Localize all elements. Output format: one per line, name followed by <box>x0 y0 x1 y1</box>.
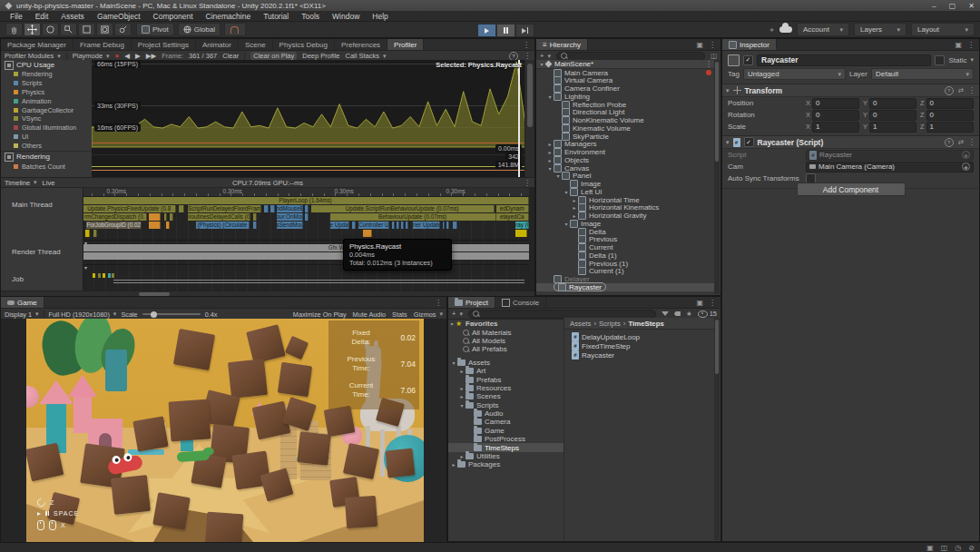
profiler-target-dropdown[interactable]: Playmode▾ <box>73 52 110 60</box>
timeline-sample[interactable] <box>253 222 257 229</box>
account-dropdown[interactable]: Account▾ <box>797 23 849 36</box>
collapse-render-thread-icon[interactable]: ▾ <box>84 264 87 271</box>
timeline-sample-iroutinesdelayedcalls-m[interactable]: iroutinesDelayedCalls (0.09m <box>188 213 250 221</box>
chevron-down-icon[interactable]: ▾ <box>554 172 562 179</box>
step-button[interactable] <box>515 24 534 37</box>
hierarchy-item-canvas[interactable]: ▾Canvas <box>536 164 715 172</box>
kebab-menu-icon[interactable]: ⋮ <box>967 41 975 49</box>
legend-batches-count[interactable]: Batches Count <box>1 162 92 171</box>
display-dropdown[interactable]: Display 1▾ <box>5 310 39 319</box>
mute-audio-toggle[interactable]: Mute Audio <box>353 310 387 319</box>
kebab-menu-icon[interactable]: ⋮ <box>435 299 442 307</box>
hierarchy-item-previous-1-[interactable]: Previous (1) <box>536 260 715 268</box>
raycaster-script-header[interactable]: ▾ # ✓ Raycaster (Script) ? ⇄ ⋮ <box>722 135 979 149</box>
project-folder-audio[interactable]: Audio <box>448 409 564 418</box>
position-x-input[interactable]: 0 <box>812 98 859 109</box>
rotation-y-input[interactable]: 0 <box>869 110 916 121</box>
legend-physics[interactable]: Physics <box>1 88 92 97</box>
legend-ui[interactable]: UI <box>1 133 92 142</box>
hierarchy-item-current[interactable]: Current <box>536 243 715 251</box>
legend-garbagecollector[interactable]: GarbageCollector <box>1 105 92 114</box>
job-sample[interactable] <box>103 273 105 278</box>
legend-vsync[interactable]: VSync <box>1 114 92 123</box>
hierarchy-item-delta-1-[interactable]: Delta (1) <box>536 251 715 260</box>
rendering-chart[interactable] <box>92 154 525 177</box>
search-by-label-icon[interactable] <box>674 311 681 316</box>
tab-preferences[interactable]: Preferences <box>335 39 387 50</box>
lock-icon[interactable]: ▣ <box>696 41 703 49</box>
hierarchy-search-input[interactable] <box>570 53 701 60</box>
save-search-icon[interactable]: ★ <box>686 310 692 318</box>
project-folder-game[interactable]: Game <box>448 427 564 435</box>
hierarchy-item-virtual-camera[interactable]: Virtual Camera <box>536 77 715 85</box>
gizmos-dropdown[interactable]: Gizmos▾ <box>414 310 443 319</box>
tab-animator[interactable]: Animator <box>196 39 239 50</box>
timeline-sample-elayedca[interactable]: elayedCa <box>496 213 529 221</box>
project-search[interactable] <box>468 310 656 319</box>
chevron-right-icon[interactable]: ▸ <box>571 212 578 219</box>
job-thread-label[interactable]: Job <box>12 275 24 283</box>
project-folder-camera[interactable]: Camera <box>448 418 564 426</box>
breadcrumb-timesteps[interactable]: TimeSteps <box>628 320 663 328</box>
record-button[interactable]: ● <box>115 52 120 60</box>
object-picker-icon[interactable]: ◉ <box>962 163 970 171</box>
rect-tool-button[interactable] <box>78 23 95 36</box>
status-cache-icon[interactable]: ⊘ <box>968 544 975 552</box>
hierarchy-item-lighting[interactable]: ▾Lighting <box>536 93 715 101</box>
hierarchy-item-left-ui[interactable]: ▾Left UI <box>536 188 715 196</box>
search-by-type-icon[interactable] <box>662 311 669 316</box>
timeline-sample[interactable] <box>85 230 90 237</box>
timeline-sample[interactable] <box>164 213 167 221</box>
timeline-sample-forjobgroupid-[interactable]: ForJobGroupID (0.02 <box>86 222 142 229</box>
timeline-sample-update-scriptrunbehaviourupdate-ms-[interactable]: Update.ScriptRunBehaviourUpdate (0.07ms) <box>311 205 495 212</box>
foldout-icon[interactable]: ▾ <box>726 87 730 94</box>
close-button[interactable]: ✕ <box>968 2 975 10</box>
render-thread-label[interactable]: Render Thread <box>12 248 61 256</box>
timeline-sample[interactable] <box>515 230 527 237</box>
timeline-sample-update-physicsfixedupdate-[interactable]: Update.PhysicsFixedUpdate (0.8 <box>83 205 176 212</box>
foldout-icon[interactable]: ▾ <box>726 139 730 146</box>
timeline-view-dropdown[interactable]: Timeline▾ <box>5 179 37 187</box>
legend-global-illumination[interactable]: Global Illumination <box>1 123 92 133</box>
hierarchy-item-main-camera[interactable]: Main Camera <box>536 69 715 77</box>
scale-x-input[interactable]: 1 <box>812 122 859 133</box>
hierarchy-scrollbar[interactable] <box>714 60 720 294</box>
hierarchy-search[interactable] <box>556 52 705 61</box>
chevron-right-icon[interactable]: ▸ <box>458 385 466 391</box>
timeline-sample-ray-[interactable]: ray (0.0 <box>515 222 529 229</box>
chevron-right-icon[interactable]: ▸ <box>546 157 554 163</box>
project-folder-scripts[interactable]: ▾Scripts <box>448 401 564 409</box>
add-component-button[interactable]: Add Component <box>797 182 906 196</box>
hierarchy-item-panel[interactable]: ▾Panel <box>536 172 715 181</box>
hierarchy-item-reflection-probe[interactable]: Reflection Probe <box>536 101 715 109</box>
tab-game[interactable]: Game <box>1 297 44 308</box>
status-activity-icon[interactable]: ◷ <box>955 544 961 552</box>
hierarchy-item-raycaster[interactable]: Raycaster <box>536 283 715 291</box>
timeline-sample[interactable] <box>397 222 399 229</box>
project-folder-postprocess[interactable]: PostProcess <box>448 435 564 443</box>
lock-icon[interactable]: ▣ <box>696 299 703 307</box>
chevron-down-icon[interactable]: ▾ <box>563 189 570 195</box>
chevron-down-icon[interactable]: ▾ <box>563 221 570 227</box>
last-frame-button[interactable]: ▶▶ <box>146 52 157 60</box>
pivot-toggle[interactable]: Pivot <box>136 23 174 36</box>
menu-window[interactable]: Window <box>326 12 366 21</box>
legend-animation[interactable]: Animation <box>1 96 92 105</box>
tab-frame-debug[interactable]: Frame Debug <box>74 39 132 50</box>
chevron-right-icon[interactable]: ▸ <box>546 141 554 147</box>
position-z-input[interactable]: 0 <box>926 98 974 109</box>
play-button[interactable] <box>477 24 496 37</box>
scale-y-input[interactable]: 1 <box>869 122 916 133</box>
menu-tools[interactable]: Tools <box>295 12 326 21</box>
project-search-input[interactable] <box>482 310 652 318</box>
menu-cinemachine[interactable]: Cinemachine <box>200 12 258 21</box>
timeline-sample-behaviourupdate-ms-[interactable]: BehaviourUpdate (0.07ms) <box>330 213 496 221</box>
gameobject-name-field[interactable]: Raycaster <box>757 54 931 66</box>
live-toggle[interactable]: Live <box>43 179 55 187</box>
chevron-right-icon[interactable]: ▸ <box>458 393 466 399</box>
kebab-menu-icon[interactable]: ⋮ <box>968 138 975 146</box>
create-object-button[interactable]: +▾ <box>540 52 551 60</box>
chevron-right-icon[interactable]: ▸ <box>450 461 457 468</box>
custom-tool-button[interactable] <box>114 23 132 36</box>
global-toggle[interactable]: Global <box>178 23 220 36</box>
